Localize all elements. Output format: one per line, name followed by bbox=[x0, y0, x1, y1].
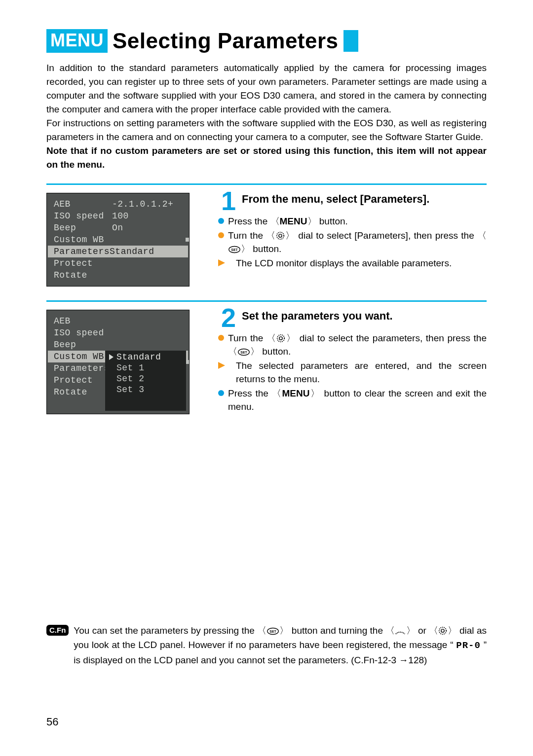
lcd-row: Rotate bbox=[54, 269, 181, 281]
quick-dial-icon bbox=[438, 626, 447, 635]
set-button-icon: SET bbox=[266, 627, 279, 635]
footnote: C.Fn You can set the parameters by press… bbox=[46, 623, 487, 667]
set-button-icon: SET bbox=[228, 246, 241, 253]
intro-p1: In addition to the standard parameters a… bbox=[46, 61, 487, 116]
bullet-icon bbox=[218, 232, 224, 238]
lcd-row: Protect bbox=[54, 257, 181, 269]
svg-text:SET: SET bbox=[231, 248, 238, 252]
lcd-row: BeepOn bbox=[54, 222, 181, 234]
svg-text:SET: SET bbox=[240, 351, 247, 354]
title-accent bbox=[343, 30, 358, 52]
lcd-row: ISO speed100 bbox=[54, 210, 181, 222]
lcd-row: Beep bbox=[54, 339, 181, 351]
cfn-badge: C.Fn bbox=[46, 625, 69, 636]
step-title: Set the parameters you want. bbox=[242, 310, 393, 323]
lcd-row: ParametersStandard bbox=[48, 246, 188, 257]
page-title: Selecting Parameters bbox=[113, 29, 339, 53]
lcd-row: Custom WB bbox=[54, 234, 181, 246]
lcd-row: AEB-2.1.0.1.2+ bbox=[54, 198, 181, 210]
svg-point-11 bbox=[441, 629, 444, 632]
lcd-screenshot-1: AEB-2.1.0.1.2+ISO speed100BeepOnCustom W… bbox=[46, 193, 190, 287]
intro-block: In addition to the standard parameters a… bbox=[46, 61, 487, 172]
step-line: The selected parameters are entered, and… bbox=[218, 359, 487, 386]
svg-point-5 bbox=[279, 337, 282, 340]
lcd-submenu-item: Set 3 bbox=[109, 384, 182, 395]
step-1: AEB-2.1.0.1.2+ISO speed100BeepOnCustom W… bbox=[46, 190, 487, 287]
lcd-submenu-item: Set 2 bbox=[109, 373, 182, 384]
step-line: The LCD monitor displays the available p… bbox=[218, 256, 487, 270]
lcd-submenu: StandardSet 1Set 2Set 3 bbox=[105, 351, 186, 411]
separator bbox=[46, 183, 487, 185]
step-line: Press the 〈MENU〉 button to clear the scr… bbox=[218, 387, 487, 413]
svg-point-10 bbox=[439, 627, 446, 634]
quick-dial-icon bbox=[276, 334, 285, 343]
bullet-icon bbox=[218, 218, 224, 224]
separator bbox=[46, 300, 487, 302]
arrow-icon bbox=[218, 362, 232, 369]
step-line: Turn the 〈〉 dial to select the parameter… bbox=[218, 331, 487, 358]
svg-point-0 bbox=[277, 232, 284, 239]
menu-badge: MENU bbox=[46, 29, 108, 53]
intro-note: Note that if no custom parameters are se… bbox=[46, 144, 487, 172]
bullet-icon bbox=[218, 335, 224, 341]
caret-icon bbox=[109, 354, 114, 360]
lcd-row: ISO speed bbox=[54, 327, 181, 339]
bullet-icon bbox=[218, 390, 224, 396]
intro-p2: For instructions on setting parameters w… bbox=[46, 116, 487, 144]
step-number: 1 bbox=[218, 191, 239, 211]
arrow-icon bbox=[218, 259, 232, 266]
page-number: 56 bbox=[46, 716, 58, 728]
step-line: Turn the 〈〉 dial to select [Parameters],… bbox=[218, 229, 487, 255]
set-button-icon: SET bbox=[237, 348, 250, 356]
lcd-submenu-item: Standard bbox=[109, 352, 182, 362]
step-title: From the menu, select [Parameters]. bbox=[242, 193, 429, 206]
step-number: 2 bbox=[218, 308, 239, 327]
svg-point-1 bbox=[279, 234, 282, 237]
main-dial-icon bbox=[395, 628, 406, 635]
svg-text:SET: SET bbox=[270, 630, 277, 633]
step-line: Press the 〈MENU〉 button. bbox=[218, 215, 487, 228]
page-title-row: MENU Selecting Parameters bbox=[46, 29, 487, 53]
quick-dial-icon bbox=[276, 231, 285, 240]
lcd-row: AEB bbox=[54, 315, 181, 327]
lcd-submenu-item: Set 1 bbox=[109, 362, 182, 373]
step-2: AEBISO speedBeepCustom WBParametersProte… bbox=[46, 307, 487, 414]
lcd-screenshot-2: AEBISO speedBeepCustom WBParametersProte… bbox=[46, 310, 190, 414]
svg-point-4 bbox=[277, 335, 284, 342]
